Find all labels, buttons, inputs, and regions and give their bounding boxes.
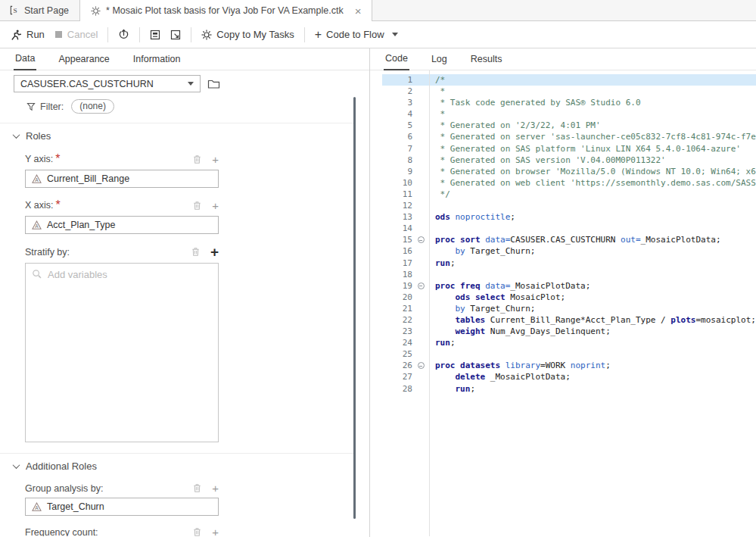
fold-gutter xyxy=(412,74,429,86)
delete-variable-button[interactable] xyxy=(191,247,201,257)
tab-document[interactable]: * Mosaic Plot task basis for Viya Job Fo… xyxy=(79,0,372,21)
code-line: 1/* xyxy=(370,74,756,86)
field-label: Frequency count: xyxy=(25,527,98,537)
code-token: by xyxy=(456,304,465,314)
save-code-button[interactable] xyxy=(150,30,160,40)
delete-variable-button[interactable] xyxy=(192,483,202,493)
tab-data[interactable]: Data xyxy=(14,53,36,70)
fold-collapse-button[interactable] xyxy=(412,360,429,371)
code-line-body: 17run; xyxy=(382,258,756,269)
tab-appearance[interactable]: Appearance xyxy=(57,54,110,70)
submit-button[interactable] xyxy=(118,29,129,40)
character-variable-icon: A xyxy=(32,220,42,230)
fold-gutter xyxy=(412,245,429,257)
variable-field[interactable]: AAcct_Plan_Type xyxy=(25,216,219,234)
copy-to-my-tasks-button[interactable]: Copy to My Tasks xyxy=(201,29,294,40)
add-variable-button[interactable]: + xyxy=(210,245,219,259)
code-line-body: 2 * xyxy=(382,86,756,97)
browse-tables-button[interactable] xyxy=(207,79,220,89)
add-variable-button[interactable]: + xyxy=(212,482,219,494)
cancel-button[interactable]: Cancel xyxy=(54,29,98,40)
code-text: proc sort data=CASUSER.CAS_CUSTCHURN out… xyxy=(429,234,756,245)
line-number: 24 xyxy=(382,337,412,348)
data-source-select[interactable]: CASUSER.CAS_CUSTCHURN xyxy=(14,75,201,92)
line-number: 9 xyxy=(382,166,412,177)
code-token: ; xyxy=(450,338,456,348)
roles-section-header[interactable]: Roles xyxy=(14,130,369,142)
delete-icon xyxy=(192,155,202,164)
editor-margin xyxy=(370,120,382,131)
fold-gutter xyxy=(412,166,429,177)
code-token: */ xyxy=(435,189,450,199)
code-line: 12 xyxy=(370,200,756,211)
code-token: library xyxy=(506,361,540,370)
active-code-line: 1/* xyxy=(382,74,756,86)
fold-gutter xyxy=(412,314,429,326)
code-token: * Generated on '2/3/22, 4:01 PM' xyxy=(435,120,601,130)
editor-margin xyxy=(370,326,382,337)
search-icon xyxy=(32,269,42,279)
delete-icon xyxy=(192,201,202,211)
filter-value-pill[interactable]: (none) xyxy=(71,99,114,114)
editor-margin xyxy=(370,108,382,120)
task-settings-panel: Data Appearance Information CASUSER.CAS_… xyxy=(0,48,370,537)
code-line-body: 7 * Generated on SAS platform 'Linux LIN… xyxy=(382,143,756,155)
delete-variable-button[interactable] xyxy=(192,155,202,164)
task-gear-icon xyxy=(91,6,101,16)
fold-collapse-button[interactable] xyxy=(412,280,429,292)
editor-margin xyxy=(370,177,382,189)
code-token: Num_Avg_Days_Delinquent; xyxy=(485,326,611,336)
add-variable-button[interactable]: + xyxy=(212,200,219,211)
close-icon[interactable]: × xyxy=(355,5,362,17)
svg-text:S: S xyxy=(14,7,17,14)
fold-collapse-button[interactable] xyxy=(412,234,429,245)
line-number: 25 xyxy=(382,348,412,360)
code-token: ; xyxy=(586,281,591,291)
run-button[interactable]: Run xyxy=(11,29,45,40)
stratify-variables-list[interactable]: Add variables xyxy=(25,263,219,442)
code-line: 9 * Generated on browser 'Mozilla/5.0 (W… xyxy=(370,166,756,177)
code-token: _MosaicPlotData xyxy=(641,235,716,245)
code-editor[interactable]: 1/*2 *3 * Task code generated by SAS® St… xyxy=(370,70,756,536)
code-to-flow-button[interactable]: + Code to Flow xyxy=(315,28,398,42)
add-variable-button[interactable]: + xyxy=(212,526,219,536)
code-line-body: 9 * Generated on browser 'Mozilla/5.0 (W… xyxy=(382,166,756,177)
tab-information[interactable]: Information xyxy=(132,54,182,70)
editor-margin xyxy=(370,383,382,395)
line-number: 23 xyxy=(382,326,412,337)
code-text xyxy=(429,269,756,280)
tab-code[interactable]: Code xyxy=(384,53,409,70)
code-text: * Task code generated by SAS® Studio 6.0 xyxy=(429,97,756,108)
settings-scrollbar[interactable] xyxy=(353,97,356,519)
tab-document-title: * Mosaic Plot task basis for Viya Job Fo… xyxy=(106,5,344,16)
arrow-up-circle-icon xyxy=(118,29,129,40)
editor-margin xyxy=(370,269,382,280)
code-line-body: 11 */ xyxy=(382,189,756,200)
delete-variable-button[interactable] xyxy=(192,201,202,211)
tab-results[interactable]: Results xyxy=(469,54,504,70)
code-text: run; xyxy=(429,383,756,395)
code-token: ; xyxy=(510,212,515,222)
field-label-row: Y axis:*+ xyxy=(25,152,219,166)
field-actions: + xyxy=(192,154,219,165)
line-number: 28 xyxy=(382,383,412,395)
code-token: plots xyxy=(670,315,695,325)
variable-field[interactable]: ACurrent_Bill_Range xyxy=(25,170,219,188)
editor-margin xyxy=(370,74,382,86)
code-text xyxy=(429,200,756,211)
code-line: 27 delete _MosaicPlotData; xyxy=(370,371,756,382)
tab-log[interactable]: Log xyxy=(430,54,449,70)
code-token: data= xyxy=(485,235,510,245)
code-text xyxy=(429,348,756,360)
tab-start-page[interactable]: S Start Page xyxy=(0,0,79,20)
code-token: * xyxy=(435,109,445,119)
code-token: data= xyxy=(485,281,510,291)
additional-roles-section-header[interactable]: Additional Roles xyxy=(14,461,369,472)
code-token: * Generated on browser 'Mozilla/5.0 (Win… xyxy=(435,167,756,176)
field-label-row: X axis:*+ xyxy=(25,198,219,212)
open-in-new-window-button[interactable] xyxy=(170,30,181,40)
delete-variable-button[interactable] xyxy=(192,527,202,536)
run-icon xyxy=(11,30,22,40)
variable-field[interactable]: ATarget_Churn xyxy=(25,498,219,516)
add-variable-button[interactable]: + xyxy=(212,154,219,165)
